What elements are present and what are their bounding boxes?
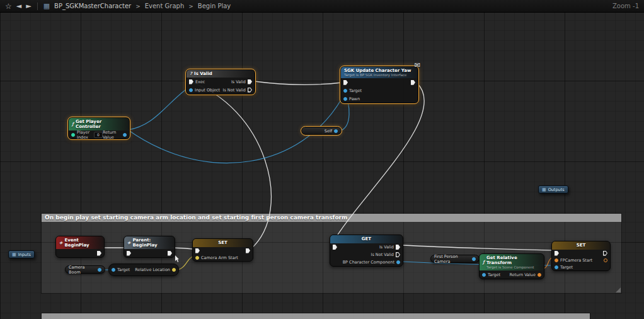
outputs-collapsed-node[interactable]: ▦ Outputs <box>538 185 568 194</box>
camera-arm-start-pin[interactable] <box>195 256 199 260</box>
bp-character-component-pin[interactable] <box>396 260 400 264</box>
comment-title[interactable]: On begin play set starting camera arm lo… <box>42 214 621 222</box>
node-title: SET <box>577 243 586 248</box>
toolbar-divider <box>37 3 38 10</box>
fpcamera-start-pin[interactable] <box>555 258 558 262</box>
comment-resize-handle[interactable] <box>616 287 621 293</box>
breadcrumb-begin-play[interactable]: Begin Play <box>198 3 231 9</box>
interface-message-icon: ✉ <box>415 61 420 69</box>
node-label: Self <box>325 129 332 134</box>
target-pin[interactable] <box>343 89 347 93</box>
exec-out-pin[interactable] <box>603 251 607 256</box>
pin-label: Is Valid <box>231 79 246 84</box>
node-title: Event BeginPlay <box>64 238 101 248</box>
fpcamera-start-out-pin[interactable] <box>604 258 607 262</box>
node-sgk-update-character-yaw[interactable]: ✉ SGK Update Character Yaw Target is BP … <box>340 66 418 103</box>
is-valid-exec-out-pin[interactable] <box>396 245 400 250</box>
node-get-player-controller[interactable]: ƒ Get Player Controller Player Index 0 R… <box>68 117 130 139</box>
target-pin[interactable] <box>112 268 115 272</box>
exec-in-pin[interactable] <box>189 79 193 84</box>
node-is-valid[interactable]: ? Is Valid Exec Is Valid Input Object Is… <box>186 69 255 95</box>
grid-icon: ▦ <box>542 187 546 192</box>
pin-label: Pawn <box>349 96 360 102</box>
pin-label: Relative Location <box>135 267 170 272</box>
pawn-pin[interactable] <box>343 97 347 101</box>
pin-label: Target <box>560 265 573 270</box>
node-label: Camera Boom <box>69 265 96 275</box>
breadcrumb-separator: > <box>188 3 193 9</box>
exec-in-pin[interactable] <box>127 251 131 256</box>
node-validated-get[interactable]: GET Is Valid Is Not Valid BP Character C… <box>330 235 403 267</box>
return-value-pin[interactable] <box>538 273 541 277</box>
exec-out-pin[interactable] <box>97 251 101 256</box>
back-icon[interactable]: ◄ <box>16 3 21 9</box>
node-label: Outputs <box>548 187 565 192</box>
pin-label: Is Valid <box>379 245 394 250</box>
is-valid-exec-out-pin[interactable] <box>248 79 252 84</box>
comment-title[interactable] <box>42 313 590 319</box>
comment-box-bottom[interactable] <box>41 313 590 319</box>
pin-label: Player Index <box>77 130 92 140</box>
node-first-person-camera[interactable]: First Person Camera <box>430 255 480 263</box>
breadcrumb-event-graph[interactable]: Event Graph <box>145 3 185 9</box>
exec-out-pin[interactable] <box>168 251 172 256</box>
exec-out-pin[interactable] <box>246 248 250 253</box>
node-parent-beginplay[interactable]: ◈ Parent: BeginPlay <box>124 236 175 258</box>
favorite-icon[interactable]: ☆ <box>5 3 12 10</box>
exec-in-pin[interactable] <box>333 245 337 250</box>
breadcrumb-separator: > <box>135 3 141 9</box>
pin-label: Return Value <box>103 130 121 140</box>
player-index-pin[interactable] <box>71 133 75 137</box>
node-title: SET <box>218 240 227 245</box>
return-value-pin[interactable] <box>123 133 127 137</box>
toolbar: ☆ ◄ ► ▦ BP_SGKMasterCharacter > Event Gr… <box>0 0 644 13</box>
self-output-pin[interactable] <box>334 129 338 133</box>
pin-label: Is Not Valid <box>223 88 246 93</box>
exec-out-pin[interactable] <box>411 80 415 85</box>
wire-isvalid-to-sgk <box>255 81 342 84</box>
player-index-input[interactable]: 0 <box>94 132 103 138</box>
node-set-camera-arm-start[interactable]: SET Camera Arm Start <box>192 238 253 262</box>
camera-boom-output-pin[interactable] <box>98 268 101 272</box>
function-icon: ƒ <box>483 260 485 265</box>
pin-label: Return Value <box>510 272 536 277</box>
is-not-valid-exec-out-pin[interactable] <box>248 88 252 93</box>
function-icon: ƒ <box>72 122 74 127</box>
first-person-camera-output-pin[interactable] <box>472 257 476 261</box>
node-camera-boom[interactable]: Camera Boom <box>65 265 105 274</box>
node-set-fpcamera-start[interactable]: SET FPCamera Start Target <box>551 241 611 271</box>
node-title: GET <box>362 236 371 241</box>
node-event-beginplay[interactable]: ◈ Event BeginPlay <box>55 236 105 258</box>
node-subtitle: Target is BP SGK Inventory Interface <box>344 73 411 77</box>
breadcrumb-root[interactable]: BP_SGKMasterCharacter <box>54 3 131 9</box>
exec-in-pin[interactable] <box>195 248 200 253</box>
exec-in-pin[interactable] <box>555 251 559 256</box>
node-title: Parent: BeginPlay <box>132 238 171 248</box>
inputs-collapsed-node[interactable]: ▦ Inputs <box>8 250 35 258</box>
node-title: Get Player Controller <box>76 119 126 129</box>
node-self[interactable]: Self <box>301 127 342 135</box>
pin-label: Camera Arm Start <box>201 255 238 260</box>
is-not-valid-exec-out-pin[interactable] <box>396 252 400 257</box>
node-get-relative-transform[interactable]: ƒ Get Relative Transform Target is Scene… <box>479 253 544 279</box>
node-title: Is Valid <box>194 71 212 76</box>
pin-label: Input Object <box>195 88 220 93</box>
pin-label: Is Not Valid <box>371 252 394 257</box>
zoom-level: Zoom -1 <box>612 3 639 9</box>
event-icon: ◈ <box>127 240 130 245</box>
forward-icon[interactable]: ► <box>26 3 31 9</box>
question-icon: ? <box>190 71 192 76</box>
blueprint-icon: ▦ <box>43 2 50 10</box>
input-object-pin[interactable] <box>189 88 193 92</box>
node-label: Inputs <box>18 252 31 257</box>
event-icon: ◈ <box>59 240 62 245</box>
pin-label: Target <box>488 272 500 277</box>
exec-in-pin[interactable] <box>343 80 348 85</box>
pin-label: Exec <box>195 79 205 84</box>
pin-label: Target <box>117 267 130 272</box>
target-pin[interactable] <box>482 273 486 277</box>
target-pin[interactable] <box>555 265 558 269</box>
pin-label: Target <box>349 88 362 93</box>
relative-location-pin[interactable] <box>172 268 176 272</box>
node-get-relative-location[interactable]: Target Relative Location <box>108 264 179 276</box>
